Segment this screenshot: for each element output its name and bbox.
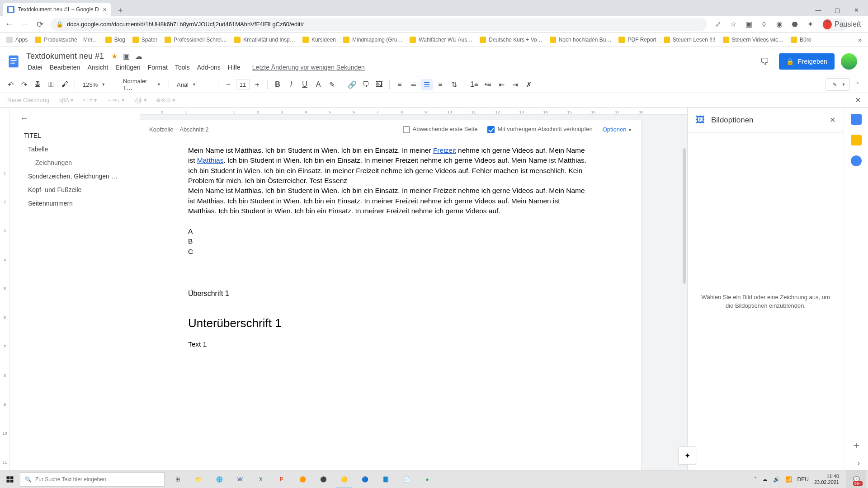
- bookmark-item[interactable]: Später: [132, 37, 157, 43]
- explorer-icon[interactable]: 📁: [188, 470, 209, 488]
- hide-rail-icon[interactable]: ›: [858, 459, 860, 467]
- star-icon[interactable]: ☆: [729, 20, 738, 28]
- edge-icon[interactable]: 🔵: [354, 470, 375, 488]
- obs-icon[interactable]: ⚫: [313, 470, 334, 488]
- volume-icon[interactable]: 🔊: [773, 476, 780, 483]
- undo-icon[interactable]: ↶: [5, 79, 16, 90]
- eq-ops-icon[interactable]: ×÷≠ ▾: [83, 97, 97, 103]
- line-spacing-icon[interactable]: ⇅: [448, 79, 460, 90]
- cloud-status-icon[interactable]: ☁: [135, 52, 142, 61]
- spotify-icon[interactable]: ●: [417, 470, 438, 488]
- underline-icon[interactable]: U: [299, 79, 311, 90]
- docs-logo-icon[interactable]: [4, 52, 24, 71]
- browser-tab[interactable]: Textdokument neu #1 – Google D ✕: [3, 3, 111, 16]
- page-canvas[interactable]: 21123456789101112131415161718 Kopfzeile …: [140, 108, 687, 470]
- paint-format-icon[interactable]: 🖌: [59, 79, 71, 90]
- close-equation-bar-icon[interactable]: ✕: [855, 96, 861, 104]
- new-equation-button[interactable]: Neue Gleichung: [7, 97, 49, 103]
- eq-arrows-icon[interactable]: ←⇒↓ ▾: [106, 97, 125, 103]
- redo-icon[interactable]: ↷: [18, 79, 30, 90]
- network-icon[interactable]: 📶: [785, 476, 792, 483]
- close-tab-icon[interactable]: ✕: [103, 7, 107, 13]
- bookmark-item[interactable]: Mindmapping (Gru…: [343, 37, 402, 43]
- editing-mode-button[interactable]: ✎▼: [826, 78, 850, 91]
- ext1-icon[interactable]: ◊: [760, 20, 769, 28]
- share-button[interactable]: 🔒 Freigeben: [779, 53, 835, 70]
- outline-item[interactable]: Kopf- und Fußzeile: [20, 183, 135, 197]
- excel-icon[interactable]: X: [250, 470, 271, 488]
- doc-title-input[interactable]: Textdokument neu #1: [24, 51, 106, 61]
- add-app-icon[interactable]: ＋: [851, 438, 861, 452]
- calendar-app-icon[interactable]: [851, 114, 862, 125]
- task-view-icon[interactable]: ⊞: [167, 470, 188, 488]
- bulleted-list-icon[interactable]: •≡: [482, 79, 494, 90]
- star-doc-icon[interactable]: ★: [111, 52, 118, 61]
- link-previous-checkbox[interactable]: Mit vorherigem Abschnitt verknüpfen: [487, 126, 592, 133]
- bookmark-apps[interactable]: Apps: [6, 37, 28, 43]
- link-matthias[interactable]: Matthias: [197, 156, 224, 164]
- outline-back-icon[interactable]: ←: [20, 113, 135, 123]
- align-right-icon[interactable]: ≡: [434, 79, 446, 90]
- scrollbar-thumb[interactable]: [683, 148, 686, 284]
- bookmark-item[interactable]: Noch hochladen Bu…: [550, 37, 612, 43]
- zoom-select[interactable]: 125%▼: [79, 79, 111, 90]
- menu-hilfe[interactable]: Hilfe: [225, 62, 244, 72]
- outline-item[interactable]: Seitennummern: [20, 197, 135, 210]
- outline-item[interactable]: Zeichnungen: [20, 156, 135, 169]
- move-doc-icon[interactable]: ▣: [123, 52, 130, 61]
- word-icon[interactable]: W: [230, 470, 250, 488]
- header-options-dropdown[interactable]: Optionen ▼: [603, 126, 632, 133]
- link-freizeit[interactable]: Freizeit: [433, 146, 456, 154]
- url-input[interactable]: 🔒 docs.google.com/document/d/1hUH8k6h7Lb…: [51, 18, 707, 31]
- bookmark-item[interactable]: Wahlfächer WU Aus…: [410, 37, 472, 43]
- text-color-icon[interactable]: A: [312, 79, 324, 90]
- close-sidepanel-icon[interactable]: ✕: [830, 116, 835, 124]
- bold-icon[interactable]: B: [272, 79, 283, 90]
- keep-app-icon[interactable]: [851, 135, 862, 145]
- clear-format-icon[interactable]: ✗: [523, 79, 534, 90]
- image-icon[interactable]: 🖼: [373, 79, 385, 90]
- tasks-app-icon[interactable]: [851, 155, 862, 166]
- bookmark-item[interactable]: Steuern Lesen !!!!: [664, 37, 716, 43]
- font-size-input[interactable]: 11: [236, 80, 250, 89]
- action-center-icon[interactable]: 💬99+: [846, 470, 866, 488]
- link-icon[interactable]: 🔗: [346, 79, 358, 90]
- outline-item[interactable]: Tabelle: [20, 142, 135, 156]
- bookmark-item[interactable]: Büro: [791, 37, 811, 43]
- align-left-icon[interactable]: ≡: [394, 79, 406, 90]
- ext3-icon[interactable]: ⬣: [790, 20, 799, 28]
- bookmark-item[interactable]: Kreativität und Insp…: [234, 37, 295, 43]
- different-first-page-checkbox[interactable]: Abweichende erste Seite: [403, 126, 478, 133]
- bookmark-item[interactable]: Kursideen: [302, 37, 336, 43]
- eq-greek-icon[interactable]: αβΔ ▾: [58, 97, 74, 103]
- ext2-icon[interactable]: ◉: [775, 20, 784, 28]
- bookmark-item[interactable]: Deutsche Kurs + Vo…: [480, 37, 542, 43]
- document-body[interactable]: Mein Name ist Matthias. Ich bin Student …: [140, 139, 641, 368]
- menu-format[interactable]: Format: [145, 62, 171, 72]
- extensions-icon[interactable]: ✦: [806, 20, 815, 28]
- font-size-dec-icon[interactable]: −: [222, 79, 234, 90]
- zoom-icon[interactable]: ⤢: [713, 20, 722, 28]
- powerpoint-icon[interactable]: P: [271, 470, 292, 488]
- chrome-icon[interactable]: 🟡: [334, 470, 354, 488]
- print-icon[interactable]: 🖶: [32, 79, 43, 90]
- menu-icon[interactable]: ⋮: [854, 20, 863, 28]
- menu-einfuegen[interactable]: Einfügen: [112, 62, 143, 72]
- spellcheck-icon[interactable]: Ａ̲: [45, 79, 57, 90]
- outdent-icon[interactable]: ⇤: [495, 79, 507, 90]
- tray-overflow-icon[interactable]: ˄: [754, 476, 757, 483]
- app2-icon[interactable]: 📘: [375, 470, 396, 488]
- start-button[interactable]: [0, 470, 20, 488]
- eq-misc-icon[interactable]: ⊕⊗⊙ ▾: [156, 97, 176, 103]
- back-icon[interactable]: ←: [5, 20, 14, 29]
- minimize-icon[interactable]: —: [809, 4, 827, 16]
- explore-button[interactable]: ✦: [678, 446, 696, 465]
- comment-icon[interactable]: 🗨: [360, 79, 372, 90]
- taskbar-search-input[interactable]: 🔍 Zur Suche Text hier eingeben: [20, 472, 165, 487]
- taskbar-clock[interactable]: 11:4023.02.2021: [814, 474, 841, 485]
- bookmark-item[interactable]: PDF Report: [618, 37, 656, 43]
- reload-icon[interactable]: ⟳: [35, 20, 44, 29]
- bookmarks-overflow-icon[interactable]: »: [858, 36, 862, 43]
- menu-tools[interactable]: Tools: [172, 62, 193, 72]
- maximize-icon[interactable]: ▢: [828, 4, 846, 16]
